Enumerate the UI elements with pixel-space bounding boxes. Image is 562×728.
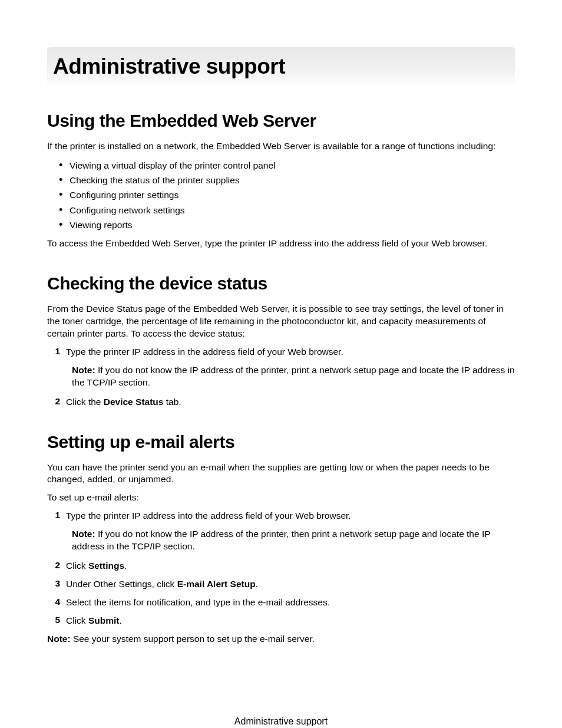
note-text: If you do not know the IP address of the… bbox=[72, 529, 490, 551]
step-text: Select the items for notification, and t… bbox=[66, 597, 515, 609]
step-text: Click Submit. bbox=[66, 615, 515, 627]
post-text: . bbox=[256, 579, 258, 589]
step-text: Click the Device Status tab. bbox=[66, 396, 515, 409]
bullet-list: Viewing a virtual display of the printer… bbox=[47, 159, 515, 232]
note-text: See your system support person to set up… bbox=[71, 634, 315, 644]
step-5: 5 Click Submit. bbox=[47, 615, 515, 627]
step-text: Type the printer IP address into the add… bbox=[66, 510, 515, 522]
section-device-status: Checking the device status From the Devi… bbox=[47, 274, 515, 408]
section-heading: Setting up e-mail alerts bbox=[47, 432, 515, 452]
step-number: 5 bbox=[53, 615, 66, 627]
step-1: 1 Type the printer IP address into the a… bbox=[47, 510, 515, 522]
pre-text: Click the bbox=[66, 397, 104, 407]
note-text: If you do not know the IP address of the… bbox=[72, 365, 515, 387]
step-1: 1 Type the printer IP address in the add… bbox=[47, 346, 515, 358]
list-item: Configuring network settings bbox=[70, 203, 515, 217]
intro-text-2: To set up e-mail alerts: bbox=[47, 492, 515, 504]
step-number: 4 bbox=[53, 597, 66, 609]
section-heading: Using the Embedded Web Server bbox=[47, 111, 515, 131]
list-item: Checking the status of the printer suppl… bbox=[70, 173, 515, 187]
step-text: Click Settings. bbox=[66, 560, 515, 572]
note: Note: If you do not know the IP address … bbox=[47, 528, 515, 553]
section-embedded-web-server: Using the Embedded Web Server If the pri… bbox=[47, 111, 515, 250]
post-text: . bbox=[124, 561, 127, 571]
page-title: Administrative support bbox=[47, 47, 515, 87]
bold-term: E-mail Alert Setup bbox=[177, 579, 256, 589]
bold-term: Settings bbox=[88, 561, 124, 571]
note: Note: If you do not know the IP address … bbox=[47, 364, 515, 389]
footer-title: Administrative support bbox=[47, 716, 515, 727]
note-label: Note: bbox=[72, 529, 95, 539]
section-heading: Checking the device status bbox=[47, 274, 515, 294]
step-3: 3 Under Other Settings, click E-mail Ale… bbox=[47, 578, 515, 591]
pre-text: Click bbox=[66, 561, 88, 571]
step-number: 1 bbox=[53, 346, 66, 358]
intro-text: From the Device Status page of the Embed… bbox=[47, 303, 515, 340]
intro-text: You can have the printer send you an e-m… bbox=[47, 462, 515, 486]
intro-text: If the printer is installed on a network… bbox=[47, 140, 515, 153]
pre-text: Under Other Settings, click bbox=[66, 579, 177, 589]
step-2: 2 Click Settings. bbox=[47, 560, 515, 572]
page-footer: Administrative support 137 bbox=[47, 716, 515, 728]
step-text: Under Other Settings, click E-mail Alert… bbox=[66, 578, 515, 591]
step-2: 2 Click the Device Status tab. bbox=[47, 396, 515, 409]
bold-term: Submit bbox=[88, 615, 120, 625]
bold-term: Device Status bbox=[104, 397, 164, 407]
step-4: 4 Select the items for notification, and… bbox=[47, 597, 515, 609]
step-text: Type the printer IP address in the addre… bbox=[66, 346, 515, 358]
list-item: Configuring printer settings bbox=[70, 188, 515, 202]
note-label: Note: bbox=[72, 365, 95, 375]
final-note: Note: See your system support person to … bbox=[47, 633, 515, 645]
step-number: 2 bbox=[53, 560, 66, 572]
step-number: 3 bbox=[53, 578, 66, 591]
post-text: . bbox=[119, 615, 121, 625]
outro-text: To access the Embedded Web Server, type … bbox=[47, 238, 515, 250]
step-number: 2 bbox=[53, 396, 66, 409]
list-item: Viewing reports bbox=[70, 218, 515, 232]
list-item: Viewing a virtual display of the printer… bbox=[70, 159, 515, 172]
pre-text: Click bbox=[66, 615, 88, 625]
step-number: 1 bbox=[53, 510, 66, 522]
note-label: Note: bbox=[47, 634, 71, 644]
post-text: tab. bbox=[163, 397, 181, 407]
section-email-alerts: Setting up e-mail alerts You can have th… bbox=[47, 432, 515, 645]
